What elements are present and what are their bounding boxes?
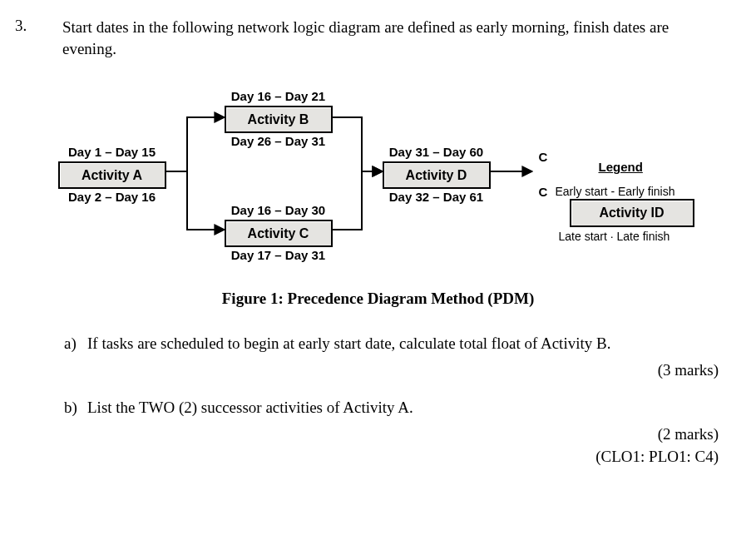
node-activity-b: Day 16 – Day 21 Activity B Day 26 – Day … — [225, 88, 333, 150]
figure-caption: Figure 1: Precedence Diagram Method (PDM… — [25, 288, 731, 310]
part-b-text: List the TWO (2) successor activities of… — [87, 399, 413, 416]
question-prompt: Start dates in the following network log… — [62, 17, 723, 59]
legend-late: Late start · Late finish — [559, 229, 670, 245]
a-early: Day 1 – Day 15 — [58, 144, 166, 161]
part-a-text: If tasks are scheduled to begin at early… — [87, 334, 610, 352]
legend-box: Activity ID — [570, 199, 694, 227]
legend-title: Legend — [599, 159, 643, 176]
part-a-label: a) — [64, 333, 77, 354]
part-b-marks: (2 marks) — [25, 424, 719, 445]
legend-node: Activity ID — [570, 199, 694, 227]
b-box: Activity B — [225, 106, 333, 134]
c-early: Day 16 – Day 30 — [225, 202, 333, 219]
part-b-clo: (CLO1: PLO1: C4) — [25, 446, 719, 468]
b-late: Day 26 – Day 31 — [225, 133, 333, 150]
a-box: Activity A — [58, 161, 166, 190]
critical-mark-bottom: C — [539, 184, 548, 201]
node-activity-d: Day 31 – Day 60 Activity D Day 32 – Day … — [383, 144, 491, 206]
legend-early: Early start - Early finish — [556, 184, 675, 200]
page: 3. Start dates in the following network … — [0, 0, 756, 540]
part-b-label: b) — [64, 397, 77, 419]
node-activity-a: Day 1 – Day 15 Activity A Day 2 – Day 16 — [58, 144, 166, 206]
b-early: Day 16 – Day 21 — [225, 88, 333, 105]
c-late: Day 17 – Day 31 — [225, 247, 333, 264]
critical-mark-top: C — [539, 149, 548, 166]
part-b: b) List the TWO (2) successor activities… — [87, 397, 731, 419]
part-a-marks: (3 marks) — [25, 359, 719, 381]
question-number: 3. — [15, 15, 27, 37]
d-late: Day 32 – Day 61 — [383, 189, 491, 206]
d-early: Day 31 – Day 60 — [383, 144, 491, 161]
d-box: Activity D — [383, 161, 491, 190]
part-a: a) If tasks are scheduled to begin at ea… — [87, 333, 731, 354]
a-late: Day 2 – Day 16 — [58, 189, 166, 206]
pdm-diagram: Day 1 – Day 15 Activity A Day 2 – Day 16… — [33, 76, 724, 280]
node-activity-c: Day 16 – Day 30 Activity C Day 17 – Day … — [225, 202, 333, 264]
c-box: Activity C — [225, 220, 333, 248]
